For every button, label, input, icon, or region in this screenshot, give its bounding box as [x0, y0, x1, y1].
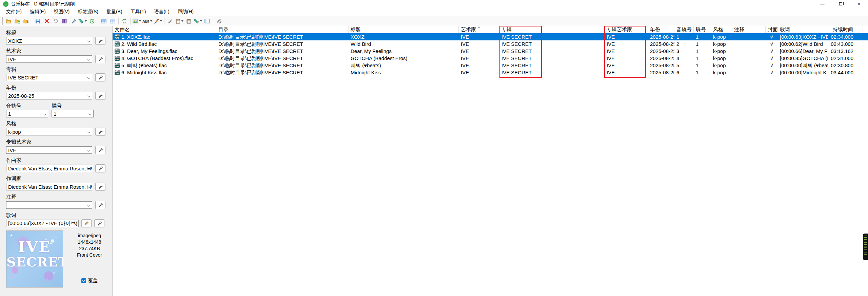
- column-header-albumartist[interactable]: 专辑艺术家: [605, 26, 648, 33]
- overwrite-checkbox[interactable]: [81, 278, 86, 283]
- table-row[interactable]: 4. GOTCHA (Baddest Eros).flacD:\临时目录\已刮削…: [113, 55, 868, 62]
- folder-up-button[interactable]: [22, 17, 31, 25]
- column-header-genre[interactable]: 风格: [711, 26, 732, 33]
- chevron-down-icon: [85, 20, 87, 22]
- cover-art-button[interactable]: [132, 17, 142, 25]
- undo-icon: [53, 19, 58, 23]
- case-conversion-button[interactable]: ABC: [142, 17, 153, 25]
- lyricist-input[interactable]: Diederik Van Elsas; Emma Rosen; HWANG: [6, 183, 92, 190]
- paste-icon: [175, 19, 180, 24]
- cell-cover: √: [766, 69, 778, 76]
- menu-help[interactable]: 帮助(H): [174, 8, 198, 16]
- column-header-album[interactable]: 专辑: [499, 26, 605, 33]
- artist-input[interactable]: IVE: [6, 55, 92, 63]
- grid-view-2-button[interactable]: [108, 17, 117, 25]
- column-header-title[interactable]: 标题: [349, 26, 459, 33]
- menu-view[interactable]: 视图(V): [50, 8, 74, 16]
- column-header-lyrics[interactable]: 歌词: [778, 26, 828, 33]
- cell-track: 5: [674, 62, 694, 69]
- chevron-down-icon: [88, 112, 92, 115]
- chevron-down-icon: [200, 20, 202, 22]
- toolbar-separator: [164, 18, 164, 24]
- column-header-artist[interactable]: 艺术家^: [459, 26, 499, 33]
- album-wrench-button[interactable]: [95, 73, 105, 81]
- remove-button[interactable]: [42, 17, 51, 25]
- album-input[interactable]: IVE SECRET: [6, 74, 92, 81]
- album-art-preview[interactable]: ★ ★ ☆ ★ ★ ★ ☆ ★ IVE SECRET: [6, 230, 63, 288]
- cell-comment: [732, 33, 766, 40]
- chevron-down-icon: [87, 204, 90, 207]
- artist-wrench-button[interactable]: [95, 55, 105, 63]
- paste-button[interactable]: [175, 17, 184, 25]
- composer-wrench-button[interactable]: [95, 164, 105, 172]
- grid-view-button[interactable]: [99, 17, 108, 25]
- menu-language[interactable]: 语言(L): [150, 8, 173, 16]
- column-header-disc[interactable]: 碟号: [694, 26, 711, 33]
- panel-button[interactable]: [203, 17, 212, 25]
- comment-input[interactable]: [6, 201, 92, 209]
- column-header-cover[interactable]: 封面: [766, 26, 778, 33]
- genre-input[interactable]: k-pop: [6, 128, 92, 135]
- table-row[interactable]: 6. Midnight Kiss.flacD:\临时目录\已刮削\IVE\IVE…: [113, 69, 868, 76]
- save-button[interactable]: [34, 17, 42, 25]
- lyrics-input[interactable]: [00:00.63]XOXZ - IVE (아이브)[00:0: [6, 220, 79, 227]
- open-folder-icon: [6, 19, 12, 24]
- library-button[interactable]: [60, 17, 69, 25]
- lyrics-wrench-button[interactable]: [94, 219, 104, 227]
- cell-cover: √: [766, 62, 778, 69]
- tag-sources-button[interactable]: [78, 17, 87, 25]
- cell-lyrics: [00:00.00]Midnight K: [778, 69, 828, 76]
- table-row[interactable]: 1. XOXZ.flacD:\临时目录\已刮削\IVE\IVE SECRETXO…: [113, 33, 868, 40]
- add-folder-button[interactable]: [13, 17, 22, 25]
- toolbar-separator: [98, 18, 98, 24]
- table-row[interactable]: 2. Wild Bird.flacD:\临时目录\已刮削\IVE\IVE SEC…: [113, 40, 868, 48]
- column-header-filename[interactable]: 文件名: [113, 26, 216, 33]
- lyricist-wrench-button[interactable]: [95, 183, 105, 191]
- restore-button[interactable]: [831, 0, 850, 8]
- column-header-year[interactable]: 年份: [648, 26, 674, 33]
- cell-dir: D:\临时目录\已刮削\IVE\IVE SECRET: [216, 62, 349, 69]
- column-header-track[interactable]: 音轨号: [674, 26, 694, 33]
- convert-button[interactable]: [120, 17, 129, 25]
- title-wrench-button[interactable]: [95, 37, 105, 45]
- column-header-comment[interactable]: 注释: [732, 26, 766, 33]
- chevron-down-icon: [160, 20, 162, 22]
- open-folder-button[interactable]: [4, 17, 13, 25]
- menu-batch[interactable]: 批量(B): [102, 8, 126, 16]
- minimize-button[interactable]: —: [813, 0, 831, 8]
- history-button[interactable]: [87, 17, 96, 25]
- undo-button[interactable]: [51, 17, 60, 25]
- menu-file[interactable]: 文件(F): [2, 8, 26, 16]
- spectrum-widget[interactable]: [863, 234, 868, 260]
- actions-button[interactable]: [153, 17, 163, 25]
- case-conversion-icon: ABC: [142, 19, 149, 23]
- column-header-dir[interactable]: 目录: [216, 26, 349, 33]
- wand-button[interactable]: [166, 17, 175, 25]
- tools-button[interactable]: [69, 17, 78, 25]
- table-row[interactable]: 5. 삐빅 (♥beats).flacD:\临时目录\已刮削\IVE\IVE S…: [113, 62, 868, 69]
- toolbar-grip[interactable]: [2, 17, 3, 25]
- cell-dir: D:\临时目录\已刮削\IVE\IVE SECRET: [216, 69, 349, 76]
- menu-edit[interactable]: 编辑(E): [26, 8, 50, 16]
- menu-tag-sources[interactable]: 标签源(S): [74, 8, 102, 16]
- year-input[interactable]: 2025-08-25: [6, 92, 92, 99]
- lyrics-edit-button[interactable]: [81, 219, 92, 227]
- cell-disc: 1: [694, 69, 711, 76]
- column-header-duration[interactable]: 持续时间: [828, 26, 863, 33]
- import-tags-button[interactable]: [184, 17, 193, 25]
- comment-wrench-button[interactable]: [95, 201, 105, 209]
- albumartist-wrench-button[interactable]: [95, 146, 105, 154]
- disc-input[interactable]: 1: [52, 110, 94, 117]
- genre-wrench-button[interactable]: [95, 128, 105, 136]
- menu-tools[interactable]: 工具(T): [126, 8, 150, 16]
- albumartist-input[interactable]: IVE: [6, 146, 92, 154]
- table-row[interactable]: 3. Dear, My Feelings.flacD:\临时目录\已刮削\IVE…: [113, 48, 868, 55]
- title-input[interactable]: XOXZ: [6, 37, 92, 44]
- tag-edit-button[interactable]: [193, 17, 203, 25]
- track-input[interactable]: 1: [6, 110, 48, 117]
- cell-artist: IVE: [459, 33, 499, 40]
- composer-input[interactable]: Diederik Van Elsas; Emma Rosen; HWANG: [6, 165, 92, 172]
- close-button[interactable]: ×: [850, 0, 868, 8]
- settings-button[interactable]: [215, 17, 223, 25]
- year-wrench-button[interactable]: [95, 92, 105, 100]
